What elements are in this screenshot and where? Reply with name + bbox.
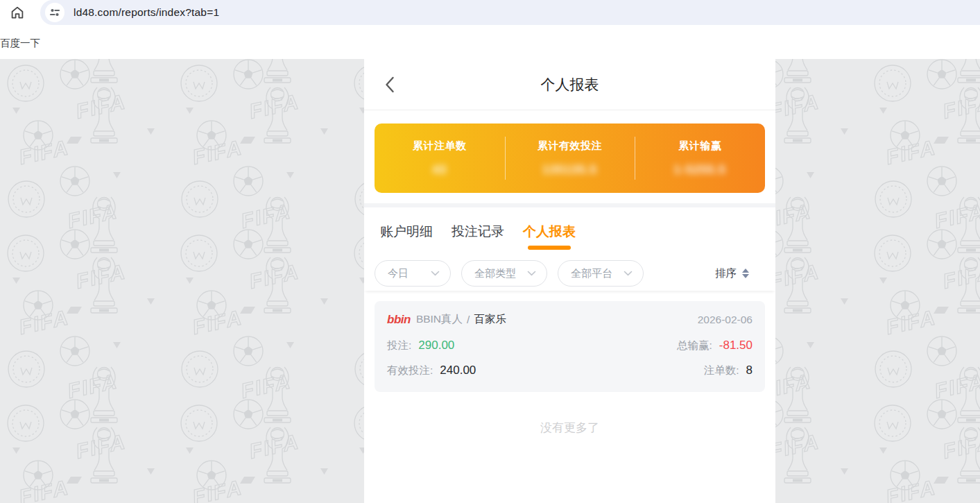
sort-label: 排序 <box>715 266 737 281</box>
summary-stats-card: 累计注单数 43 累计有效投注 135135.5 累计输赢 1-5255.5 <box>375 123 765 193</box>
bet-label: 投注: <box>387 339 411 353</box>
sort-button[interactable]: 排序 <box>715 266 765 281</box>
tab-bet-records[interactable]: 投注记录 <box>452 207 504 256</box>
winloss-label: 总输赢: <box>677 339 712 353</box>
bookmarks-bar: 百度一下 <box>0 25 980 59</box>
home-icon <box>9 4 26 21</box>
tune-icon <box>49 7 60 18</box>
type-filter-label: 全部类型 <box>474 267 516 280</box>
browser-toolbar: ld48.com/reports/index?tab=1 <box>0 0 980 25</box>
valid-bet-label: 有效投注: <box>387 364 433 378</box>
date-filter-label: 今日 <box>388 267 409 280</box>
chevron-down-icon <box>624 271 633 276</box>
bet-count-label: 注单数: <box>704 364 739 378</box>
url-text[interactable]: ld48.com/reports/index?tab=1 <box>74 6 219 19</box>
provider-name: BBIN真人 <box>416 312 463 327</box>
tab-account-details[interactable]: 账户明细 <box>380 207 433 256</box>
page-background: FIFA <box>0 59 980 503</box>
stat-label: 累计有效投注 <box>505 139 635 153</box>
valid-bet-value: 240.00 <box>440 364 476 377</box>
address-bar[interactable]: ld48.com/reports/index?tab=1 <box>40 0 980 25</box>
stat-value-masked: 135135.5 <box>505 163 635 177</box>
panel-header: 个人报表 <box>364 59 775 110</box>
bbin-logo: bbin <box>387 313 411 327</box>
page-title: 个人报表 <box>364 59 775 110</box>
stat-value-masked: 1-5255.5 <box>635 163 765 177</box>
bet-count-value: 8 <box>746 364 753 377</box>
platform-filter-dropdown[interactable]: 全部平台 <box>558 260 644 287</box>
chevron-left-icon <box>385 76 395 93</box>
stat-total-valid-bet: 累计有效投注 135135.5 <box>505 139 635 177</box>
filters-bar: 今日 全部类型 全部平台 排序 <box>364 256 775 291</box>
record-card[interactable]: bbin BBIN真人 / 百家乐 2026-02-06 投注: 290.00 … <box>375 301 765 392</box>
date-filter-dropdown[interactable]: 今日 <box>375 260 451 287</box>
game-name: 百家乐 <box>474 312 506 327</box>
sort-arrows-icon <box>742 268 749 278</box>
chevron-down-icon <box>431 271 440 276</box>
no-more-text: 没有更多了 <box>364 420 775 436</box>
tab-personal-report[interactable]: 个人报表 <box>523 207 576 256</box>
type-filter-dropdown[interactable]: 全部类型 <box>461 260 547 287</box>
stat-label: 累计注单数 <box>375 139 505 153</box>
stat-total-bet-count: 累计注单数 43 <box>375 139 505 177</box>
stat-label: 累计输赢 <box>635 139 765 153</box>
winloss-value: -81.50 <box>719 339 753 352</box>
chevron-down-icon <box>527 271 536 276</box>
back-button[interactable] <box>385 76 395 93</box>
bet-value: 290.00 <box>418 339 454 352</box>
report-panel: 个人报表 累计注单数 43 累计有效投注 135135.5 累计输赢 1-525… <box>364 59 775 503</box>
stat-total-winloss: 累计输赢 1-5255.5 <box>635 139 765 177</box>
home-button[interactable] <box>9 4 26 21</box>
separator: / <box>467 314 470 326</box>
stat-value-masked: 43 <box>375 163 505 177</box>
tabs-bar: 账户明细 投注记录 个人报表 <box>364 207 775 256</box>
platform-filter-label: 全部平台 <box>571 267 612 280</box>
bookmark-item-baidu[interactable]: 百度一下 <box>0 37 40 50</box>
records-list: bbin BBIN真人 / 百家乐 2026-02-06 投注: 290.00 … <box>364 291 775 392</box>
site-settings-button[interactable] <box>45 3 65 22</box>
record-date: 2026-02-06 <box>698 314 753 326</box>
